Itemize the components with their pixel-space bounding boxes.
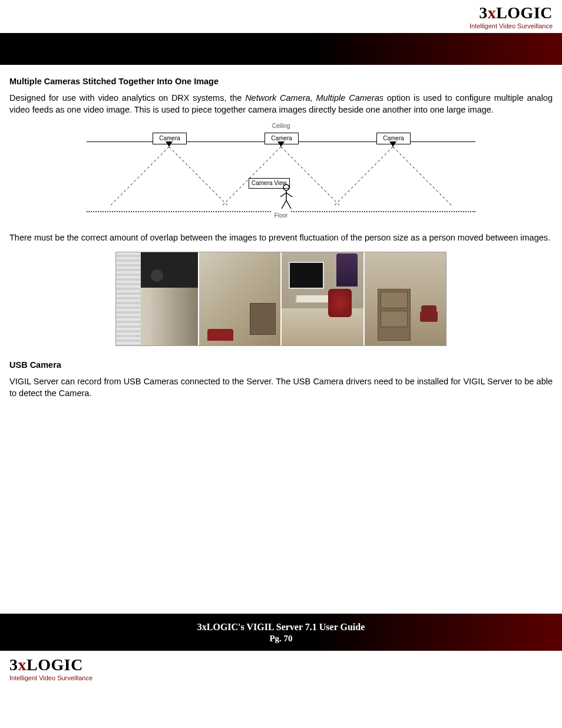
para1-italic: Network Camera, Multiple Cameras	[245, 93, 384, 103]
stitching-diagram: Ceiling Floor Camera Camera Camera	[87, 124, 475, 218]
footer-logo-part-a: 3	[9, 655, 18, 674]
logo-wordmark: 3xLOGIC	[470, 5, 553, 21]
para1-part-a: Designed for use with video analytics on…	[9, 93, 245, 103]
photo-panel-2-cabinet	[250, 303, 276, 335]
diagram-camera-icon-2	[277, 141, 285, 147]
svg-line-5	[393, 147, 452, 206]
diagram-camera-icon-1	[166, 141, 173, 147]
photo-panel-4-filing-cabinet	[378, 289, 411, 341]
svg-line-9	[286, 193, 292, 197]
photo-panel-4	[365, 252, 447, 345]
section1-paragraph1: Designed for use with video analytics on…	[9, 92, 553, 116]
photo-panel-1	[116, 252, 199, 345]
photo-panel-3-monitor	[289, 262, 324, 289]
diagram-person-icon	[279, 184, 294, 210]
document-page: 3xLOGIC Intelligent Video Surveillance M…	[0, 0, 562, 690]
photo-panel-2	[199, 252, 282, 345]
section2-paragraph: VIGIL Server can record from USB Cameras…	[9, 375, 553, 399]
header-logo-row: 3xLOGIC Intelligent Video Surveillance	[0, 0, 562, 29]
photo-panel-3	[282, 252, 365, 345]
stitched-photo	[115, 252, 447, 346]
footer-logo-part-x: x	[18, 655, 27, 674]
footer-logo-part-c: LOGIC	[27, 655, 83, 674]
stitching-diagram-wrap: Ceiling Floor Camera Camera Camera	[9, 124, 553, 221]
footer-page-number: Pg. 70	[0, 634, 562, 644]
photo-panel-2-chair	[207, 329, 233, 341]
svg-line-0	[110, 147, 169, 206]
diagram-camera-icon-3	[389, 141, 396, 147]
logo-part-c: LOGIC	[496, 4, 553, 22]
svg-line-11	[286, 200, 291, 209]
photo-panel-1-blinds	[116, 252, 141, 345]
header-dark-bar	[0, 33, 562, 65]
footer-logo-row: 3xLOGIC Intelligent Video Surveillance	[0, 651, 562, 690]
photo-panel-3-person	[336, 253, 358, 286]
photo-panel-3-chair	[328, 289, 352, 317]
section-heading-usb: USB Camera	[9, 359, 553, 371]
logo-part-x: x	[488, 4, 497, 22]
footer-logo-wordmark: 3xLOGIC	[9, 657, 553, 673]
logo-part-a: 3	[479, 4, 488, 22]
header-logo: 3xLOGIC Intelligent Video Surveillance	[470, 5, 553, 29]
svg-line-8	[280, 193, 286, 197]
stitched-photo-wrap	[9, 252, 553, 348]
svg-line-1	[169, 147, 228, 206]
logo-tagline: Intelligent Video Surveillance	[470, 22, 553, 29]
diagram-floor-label: Floor	[272, 211, 290, 220]
section-heading-stitched: Multiple Cameras Stitched Together Into …	[9, 75, 553, 87]
svg-line-10	[282, 200, 286, 209]
diagram-fov-1	[110, 147, 228, 206]
svg-line-2	[222, 147, 281, 206]
footer-doc-title: 3xLOGIC's VIGIL Server 7.1 User Guide	[0, 622, 562, 633]
diagram-fov-3	[334, 147, 452, 206]
section1-paragraph2: There must be the correct amount of over…	[9, 232, 553, 243]
footer-logo-tagline: Intelligent Video Surveillance	[9, 674, 553, 681]
footer-spacer	[0, 407, 562, 614]
footer-bar: 3xLOGIC's VIGIL Server 7.1 User Guide Pg…	[0, 614, 562, 651]
footer-logo: 3xLOGIC Intelligent Video Surveillance	[9, 657, 553, 681]
svg-point-6	[283, 185, 289, 190]
photo-panel-4-phone	[420, 311, 438, 322]
diagram-ceiling-label: Ceiling	[270, 121, 293, 131]
svg-line-4	[334, 147, 393, 206]
document-body: Multiple Cameras Stitched Together Into …	[0, 65, 562, 399]
